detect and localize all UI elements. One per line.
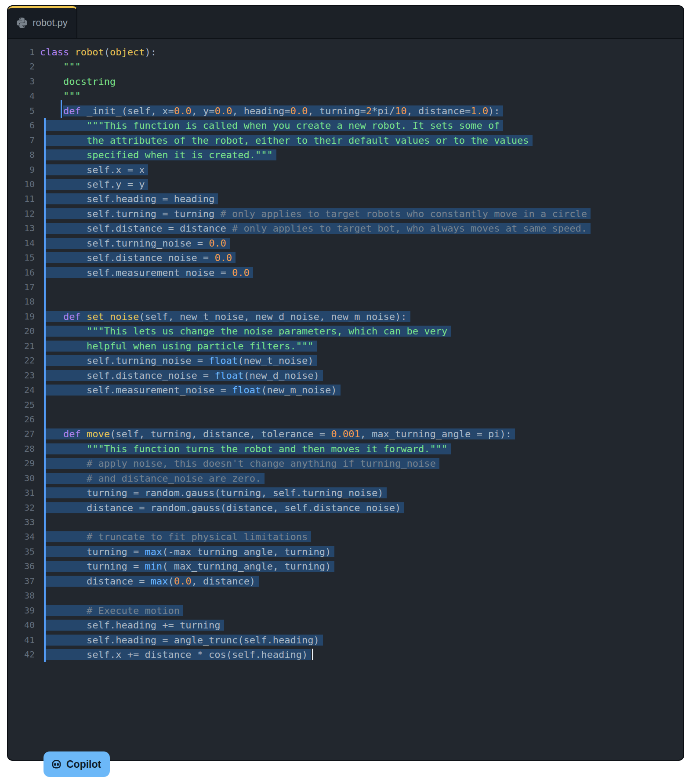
line-number[interactable]: 3 — [8, 74, 35, 89]
code-line[interactable]: 32 distance = random.gauss(distance, sel… — [8, 501, 683, 515]
line-number[interactable]: 8 — [8, 148, 35, 162]
code-line-text: # truncate to fit physical limitations — [40, 530, 311, 544]
code-line[interactable]: 10 self.y = y — [8, 177, 683, 192]
line-number[interactable]: 9 — [8, 163, 35, 177]
line-number[interactable]: 2 — [8, 59, 35, 74]
code-line[interactable]: 4 """ — [8, 89, 683, 103]
code-line[interactable]: 41 self.heading = angle_trunc(self.headi… — [8, 633, 683, 647]
line-number[interactable]: 20 — [8, 324, 35, 338]
line-number[interactable]: 31 — [8, 486, 35, 500]
line-number[interactable]: 1 — [8, 45, 35, 59]
line-number[interactable]: 15 — [8, 250, 35, 265]
code-line-text: self.turning_noise = 0.0 — [40, 236, 230, 250]
line-number[interactable]: 30 — [8, 471, 35, 486]
code-line[interactable]: 28 """This function turns the robot and … — [8, 442, 683, 456]
code-line[interactable]: 34 # truncate to fit physical limitation… — [8, 530, 683, 544]
line-number[interactable]: 21 — [8, 339, 35, 353]
code-line[interactable]: 36 turning = min( max_turning_angle, tur… — [8, 559, 683, 573]
line-number[interactable]: 7 — [8, 133, 35, 148]
code-line-text: self.measurement_noise = float(new_m_noi… — [40, 383, 341, 397]
code-line[interactable]: 13 self.distance = distance # only appli… — [8, 221, 683, 236]
line-number[interactable]: 42 — [8, 647, 35, 662]
line-number[interactable]: 33 — [8, 515, 35, 530]
line-number[interactable]: 10 — [8, 177, 35, 192]
code-line[interactable]: 11 self.heading = heading — [8, 192, 683, 206]
code-line[interactable]: 23 self.distance_noise = float(new_d_noi… — [8, 368, 683, 383]
line-number[interactable]: 32 — [8, 501, 35, 515]
line-number[interactable]: 13 — [8, 221, 35, 236]
code-line[interactable]: 15 self.distance_noise = 0.0 — [8, 250, 683, 265]
selection-anchor-bar — [61, 100, 62, 118]
code-line[interactable]: 12 self.turning = turning # only applies… — [8, 207, 683, 221]
code-line[interactable]: 3 docstring — [8, 74, 683, 89]
code-line[interactable]: 26 — [8, 412, 683, 427]
line-number[interactable]: 24 — [8, 383, 35, 397]
code-line[interactable]: 2 """ — [8, 59, 683, 74]
code-line-text: self.x += distance * cos(self.heading) — [40, 647, 313, 662]
code-line[interactable]: 42 self.x += distance * cos(self.heading… — [8, 647, 683, 662]
code-line[interactable]: 37 distance = max(0.0, distance) — [8, 574, 683, 588]
code-line[interactable]: 20 """This lets us change the noise para… — [8, 324, 683, 338]
line-number[interactable]: 28 — [8, 442, 35, 456]
code-line[interactable]: 18 — [8, 294, 683, 309]
code-line-text: """ — [40, 59, 81, 74]
line-number[interactable]: 36 — [8, 559, 35, 573]
code-line[interactable]: 40 self.heading += turning — [8, 618, 683, 632]
code-line[interactable]: 16 self.measurement_noise = 0.0 — [8, 265, 683, 280]
line-number[interactable]: 17 — [8, 280, 35, 294]
code-line[interactable]: 27 def move(self, turning, distance, tol… — [8, 427, 683, 441]
code-line[interactable]: 21 helpful when using particle filters."… — [8, 339, 683, 353]
line-number[interactable]: 18 — [8, 294, 35, 309]
line-number[interactable]: 40 — [8, 618, 35, 632]
line-number[interactable]: 23 — [8, 368, 35, 383]
code-line[interactable]: 9 self.x = x — [8, 163, 683, 177]
line-number[interactable]: 35 — [8, 544, 35, 559]
line-number[interactable]: 19 — [8, 309, 35, 324]
line-number[interactable]: 37 — [8, 574, 35, 588]
line-number[interactable]: 26 — [8, 412, 35, 427]
tab-bar: robot.py — [8, 6, 683, 39]
code-line[interactable]: 38 — [8, 588, 683, 603]
line-number[interactable]: 39 — [8, 603, 35, 618]
line-number[interactable]: 14 — [8, 236, 35, 250]
line-number[interactable]: 16 — [8, 265, 35, 280]
code-line[interactable]: 7 the attributes of the robot, either to… — [8, 133, 683, 148]
code-line[interactable]: 6 """This function is called when you cr… — [8, 118, 683, 133]
tab-robot-py[interactable]: robot.py — [8, 6, 77, 38]
code-line[interactable]: 1class robot(object): — [8, 45, 683, 59]
line-number[interactable]: 12 — [8, 207, 35, 221]
code-line[interactable]: 22 self.turning_noise = float(new_t_nois… — [8, 353, 683, 368]
copilot-button[interactable]: Copilot — [44, 751, 110, 777]
line-number[interactable]: 11 — [8, 192, 35, 206]
code-line[interactable]: 39 # Execute motion — [8, 603, 683, 618]
code-line[interactable]: 14 self.turning_noise = 0.0 — [8, 236, 683, 250]
code-line-text: self.heading = heading — [40, 192, 218, 206]
code-area[interactable]: 1class robot(object):2 """3 docstring4 "… — [8, 39, 683, 761]
line-number[interactable]: 4 — [8, 89, 35, 103]
line-number[interactable]: 25 — [8, 398, 35, 412]
code-line-text: self.heading = angle_trunc(self.heading) — [40, 633, 323, 647]
code-line[interactable]: 33 — [8, 515, 683, 530]
code-line[interactable]: 17 — [8, 280, 683, 294]
code-line[interactable]: 8 specified when it is created.""" — [8, 148, 683, 162]
line-number[interactable]: 5 — [8, 104, 35, 118]
line-number[interactable]: 34 — [8, 530, 35, 544]
line-number[interactable]: 41 — [8, 633, 35, 647]
code-line-text: distance = max(0.0, distance) — [40, 574, 259, 588]
code-line[interactable]: 25 — [8, 398, 683, 412]
python-icon — [17, 18, 27, 28]
code-line[interactable]: 19 def set_noise(self, new_t_noise, new_… — [8, 309, 683, 324]
code-line[interactable]: 24 self.measurement_noise = float(new_m_… — [8, 383, 683, 397]
code-line[interactable]: 35 turning = max(-max_turning_angle, tur… — [8, 544, 683, 559]
code-line[interactable]: 31 turning = random.gauss(turning, self.… — [8, 486, 683, 500]
code-line-text: def set_noise(self, new_t_noise, new_d_n… — [40, 309, 410, 324]
line-number[interactable]: 38 — [8, 588, 35, 603]
code-line[interactable]: 30 # and distance_noise are zero. — [8, 471, 683, 486]
line-number[interactable]: 27 — [8, 427, 35, 441]
code-line[interactable]: 29 # apply noise, this doesn't change an… — [8, 456, 683, 471]
line-number[interactable]: 22 — [8, 353, 35, 368]
line-number[interactable]: 6 — [8, 118, 35, 133]
code-line[interactable]: 5 def _init_(self, x=0.0, y=0.0, heading… — [8, 104, 683, 118]
line-number[interactable]: 29 — [8, 456, 35, 471]
editor-window: robot.py 1class robot(object):2 """3 doc… — [7, 5, 684, 761]
